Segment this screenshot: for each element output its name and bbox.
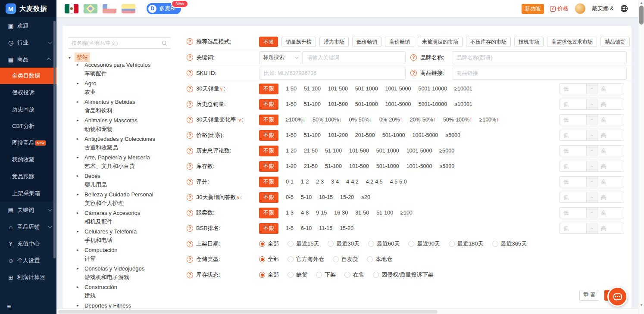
filter-option[interactable]: 51-100: [325, 148, 342, 154]
tree-category-item[interactable]: ▸ Celulares y Telefonía 手机和电话: [63, 226, 175, 245]
filter-option[interactable]: 11-15: [319, 225, 332, 231]
filter-option[interactable]: 1001-5000: [406, 163, 432, 169]
reset-button[interactable]: 重 置: [579, 290, 599, 301]
filter-option[interactable]: 101-200: [328, 132, 348, 138]
filter-option[interactable]: 不限: [259, 146, 278, 156]
range-low-input[interactable]: [560, 176, 587, 187]
tree-category-item[interactable]: ▸ Alimentos y Bebidas 食品和饮料: [63, 96, 175, 115]
filter-option[interactable]: 5001-10000: [418, 101, 447, 107]
mode-option[interactable]: 高需求低要求市场: [547, 37, 597, 47]
range-low-input[interactable]: [560, 161, 587, 172]
range-low-input[interactable]: [560, 145, 587, 156]
filter-option[interactable]: 51-100: [304, 132, 321, 138]
chat-widget[interactable]: [607, 286, 628, 307]
filter-option[interactable]: 1-50: [286, 132, 297, 138]
filter-option[interactable]: 101-500: [349, 148, 369, 154]
sidebar-item[interactable]: ▤ 关键词: [0, 202, 56, 218]
range-high-input[interactable]: [597, 223, 624, 234]
filter-option[interactable]: 不限: [259, 161, 278, 172]
filter-option[interactable]: 1-20: [286, 148, 297, 154]
filter-option[interactable]: 501-1000: [355, 86, 378, 92]
filter-option[interactable]: 1-20: [286, 163, 297, 169]
filter-option[interactable]: 1-5: [286, 225, 294, 231]
mode-option[interactable]: 投机市场: [514, 37, 544, 47]
filter-option[interactable]: 1-50: [286, 86, 297, 92]
filter-option[interactable]: 21-50: [304, 148, 318, 154]
radio-option[interactable]: 最近365天: [492, 240, 527, 248]
mode-option[interactable]: 高价畅销: [385, 37, 414, 47]
filter-option[interactable]: 4.2-4.5: [366, 179, 383, 185]
filter-option[interactable]: 101-500: [349, 163, 369, 169]
metric-dropdown-caret[interactable]: ∨: [236, 195, 240, 200]
range-low-input[interactable]: [560, 223, 587, 234]
filter-option[interactable]: ≥100%↑: [479, 117, 499, 123]
horizontal-scrollbar-thumb[interactable]: [58, 310, 438, 314]
tree-category-item[interactable]: ▸ Cámaras y Accesorios 相机及配件: [63, 208, 175, 226]
duomai-bi-button[interactable]: 多麦BI New: [147, 3, 181, 14]
filter-option[interactable]: ≥10001: [454, 101, 472, 107]
help-icon[interactable]: [187, 225, 193, 232]
filter-option[interactable]: 51-100: [376, 210, 393, 216]
filter-option[interactable]: ≥20: [361, 194, 370, 200]
help-icon[interactable]: [187, 38, 193, 45]
radio-option[interactable]: 最近30天: [328, 240, 359, 248]
collapse-sidebar-icon[interactable]: ≡: [7, 303, 11, 311]
range-high-input[interactable]: [597, 114, 624, 125]
sidebar-item[interactable]: 图搜竞品 New: [0, 134, 56, 151]
tree-category-item[interactable]: ▸ Arte, Papelería y Mercería 艺术、文具和小百货: [63, 152, 175, 171]
tree-category-item[interactable]: ▸ Belleza y Cuidado Personal 美容和个人护理: [63, 189, 175, 208]
filter-option[interactable]: 101-500: [328, 86, 348, 92]
keyword-input[interactable]: [302, 51, 406, 64]
filter-option[interactable]: 1001-5000: [385, 86, 411, 92]
radio-option[interactable]: 本地仓: [367, 255, 392, 263]
flag-mexico[interactable]: [65, 4, 78, 13]
filter-option[interactable]: 6-10: [301, 225, 312, 231]
filter-option[interactable]: 不限: [259, 115, 278, 125]
help-icon[interactable]: [187, 117, 193, 123]
filter-option[interactable]: 不限: [259, 223, 278, 234]
range-low-input[interactable]: [560, 130, 587, 141]
filter-option[interactable]: 1001-5000: [385, 101, 411, 107]
filter-option[interactable]: 4.5-5.0: [390, 179, 407, 185]
help-icon[interactable]: [410, 70, 417, 76]
radio-option[interactable]: 官方海外仓: [288, 255, 324, 263]
filter-option[interactable]: 21-50: [304, 163, 318, 169]
filter-option[interactable]: 0%-50%↓: [349, 117, 372, 123]
filter-option[interactable]: 50%-100%↓: [313, 117, 341, 123]
filter-option[interactable]: 不限: [259, 208, 278, 218]
scroll-up-icon[interactable]: ▲: [640, 1, 643, 5]
range-low-input[interactable]: [560, 114, 587, 125]
filter-option[interactable]: 0-5: [286, 194, 294, 200]
filter-option[interactable]: 不限: [259, 130, 278, 141]
filter-option[interactable]: 不限: [259, 99, 278, 110]
filter-option[interactable]: 201-500: [355, 132, 375, 138]
filter-option[interactable]: ≥10001: [454, 86, 472, 92]
help-icon[interactable]: [187, 179, 193, 185]
range-high-input[interactable]: [597, 161, 624, 172]
sidebar-item[interactable]: 我的收藏: [0, 151, 56, 168]
brand-input[interactable]: [452, 51, 627, 64]
filter-option[interactable]: 31-50: [355, 210, 369, 216]
tree-category-item[interactable]: ▸ Computación 计算: [63, 245, 175, 263]
range-high-input[interactable]: [597, 207, 624, 218]
flag-brazil[interactable]: [84, 4, 97, 13]
help-icon[interactable]: [187, 148, 193, 154]
tree-category-item[interactable]: ▸ Animales y Mascotas 动物和宠物: [63, 115, 175, 134]
tree-category-item[interactable]: ▸ Bebés 婴儿用品: [63, 171, 175, 189]
range-high-input[interactable]: [597, 176, 624, 187]
filter-option[interactable]: 16-30: [334, 210, 348, 216]
filter-option[interactable]: 101-500: [328, 101, 348, 107]
product-link-input[interactable]: [452, 67, 627, 80]
filter-option[interactable]: 4-4.2: [346, 179, 359, 185]
filter-option[interactable]: ≥100%↓: [286, 117, 305, 123]
scroll-down-icon[interactable]: ▼: [640, 303, 643, 307]
radio-option[interactable]: 在售: [344, 271, 364, 279]
range-high-input[interactable]: [597, 99, 624, 110]
sidebar-item[interactable]: 全类目数据: [0, 68, 56, 84]
mode-option[interactable]: 潜力市场: [319, 37, 349, 47]
category-search-input[interactable]: [72, 40, 162, 46]
sidebar-item[interactable]: ☺ 个人设置: [0, 252, 56, 269]
filter-option[interactable]: ≥5000: [439, 148, 454, 154]
sidebar-item[interactable]: ▦ 商品: [0, 51, 56, 68]
filter-option[interactable]: 15-20: [340, 194, 354, 200]
